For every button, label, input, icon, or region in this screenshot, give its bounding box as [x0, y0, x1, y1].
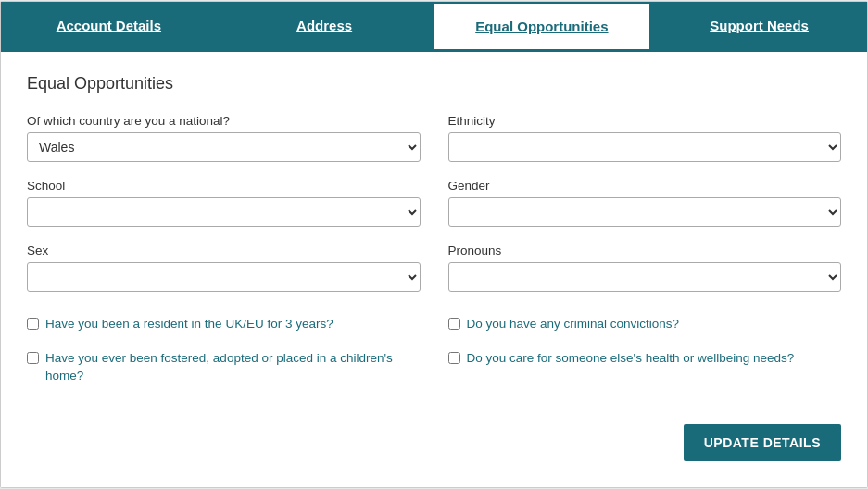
- update-details-button[interactable]: UPDATE DETAILS: [684, 424, 841, 461]
- tab-account-details[interactable]: Account Details: [1, 2, 217, 49]
- uk-resident-group: Have you been a resident in the UK/EU fo…: [27, 316, 421, 333]
- main-window: Account Details Address Equal Opportunit…: [0, 1, 868, 488]
- sex-label: Sex: [27, 244, 421, 257]
- uk-resident-label[interactable]: Have you been a resident in the UK/EU fo…: [45, 316, 333, 333]
- fostered-label[interactable]: Have you ever been fostered, adopted or …: [45, 350, 421, 385]
- nationality-select[interactable]: Wales England Scotland Northern Ireland …: [27, 132, 421, 162]
- gender-select[interactable]: [448, 197, 842, 227]
- content-area: Equal Opportunities Of which country are…: [1, 52, 867, 487]
- criminal-convictions-checkbox[interactable]: [448, 318, 460, 330]
- uk-resident-checkbox[interactable]: [27, 318, 39, 330]
- nationality-label: Of which country are you a national?: [27, 114, 421, 128]
- ethnicity-select[interactable]: [448, 132, 842, 162]
- nationality-group: Of which country are you a national? Wal…: [27, 114, 421, 162]
- school-select[interactable]: [27, 197, 421, 227]
- pronouns-label: Pronouns: [448, 244, 842, 257]
- gender-group: Gender: [448, 179, 842, 227]
- section-title: Equal Opportunities: [27, 74, 841, 94]
- tab-bar: Account Details Address Equal Opportunit…: [1, 2, 867, 52]
- criminal-convictions-group: Do you have any criminal convictions?: [448, 316, 842, 333]
- care-for-someone-label[interactable]: Do you care for someone else's health or…: [467, 350, 795, 368]
- sex-group: Sex: [27, 244, 421, 292]
- footer: UPDATE DETAILS: [27, 411, 841, 461]
- pronouns-group: Pronouns: [448, 244, 842, 292]
- gender-label: Gender: [448, 179, 842, 193]
- ethnicity-label: Ethnicity: [448, 114, 842, 128]
- form-grid: Of which country are you a national? Wal…: [27, 114, 841, 308]
- checkboxes-area: Have you been a resident in the UK/EU fo…: [27, 316, 841, 402]
- pronouns-select[interactable]: [448, 262, 842, 292]
- criminal-convictions-label[interactable]: Do you have any criminal convictions?: [467, 316, 680, 333]
- school-group: School: [27, 179, 421, 227]
- tab-equal-opportunities[interactable]: Equal Opportunities: [433, 2, 652, 49]
- care-for-someone-checkbox[interactable]: [448, 352, 460, 364]
- tab-address[interactable]: Address: [217, 2, 433, 49]
- care-for-someone-group: Do you care for someone else's health or…: [448, 350, 842, 385]
- fostered-group: Have you ever been fostered, adopted or …: [27, 350, 421, 385]
- ethnicity-group: Ethnicity: [448, 114, 842, 162]
- school-label: School: [27, 179, 421, 193]
- sex-select[interactable]: [27, 262, 421, 292]
- fostered-checkbox[interactable]: [27, 352, 39, 364]
- tab-support-needs[interactable]: Support Needs: [651, 2, 867, 49]
